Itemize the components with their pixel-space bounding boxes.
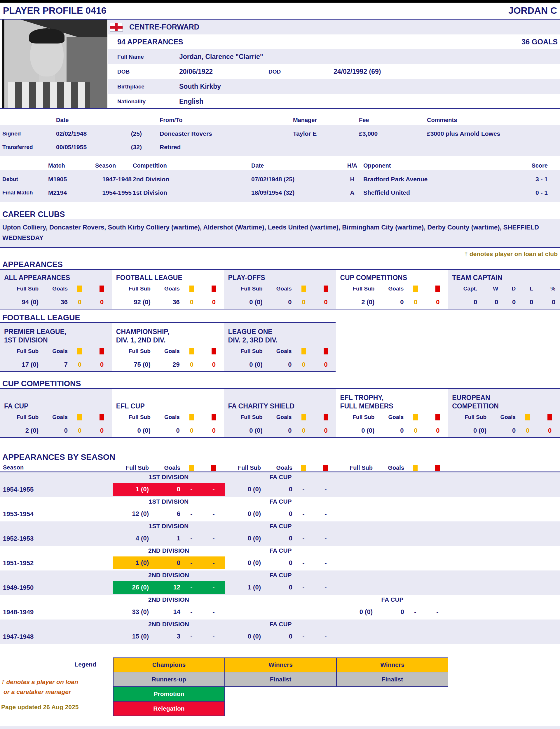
football-league-section: FOOTBALL LEAGUE PREMIER LEAGUE,1ST DIVIS… xyxy=(0,313,336,372)
col-opponent: Opponent xyxy=(361,162,530,169)
footer-strip xyxy=(0,726,560,729)
red-card-icon xyxy=(212,285,216,292)
yellow-card-icon xyxy=(189,414,194,421)
legend-finalist-cup: Finalist xyxy=(225,672,336,687)
legend-champions: Champions xyxy=(113,658,225,672)
full-name-value: Jordan, Clarence "Clarrie" xyxy=(179,53,263,61)
red-card-icon xyxy=(435,285,440,292)
legend-label: Legend xyxy=(70,661,96,668)
yellow-card-icon xyxy=(301,414,306,421)
career-clubs-text: Upton Colliery, Doncaster Rovers, South … xyxy=(0,219,560,248)
col-ha: H/A xyxy=(343,162,361,169)
legend-finalist-other: Finalist xyxy=(336,672,448,687)
col-date: Date xyxy=(56,117,111,123)
milestones-band: Debut M1905 1947-1948 2nd Division 07/02… xyxy=(0,170,560,202)
legend-promotion: Promotion xyxy=(113,687,225,701)
appearances-total: 94 APPEARANCES xyxy=(117,38,183,46)
yellow-card-icon xyxy=(413,414,418,421)
yellow-card-icon xyxy=(301,285,306,292)
nationality-label: Nationality xyxy=(117,98,179,105)
yellow-card-icon xyxy=(77,414,82,421)
stat-block-cup-competitions: CUP COMPETITIONS Full SubGoals 2 (0)000 xyxy=(336,270,448,309)
birthplace-label: Birthplace xyxy=(117,83,179,90)
stat-block-all-appearances: ALL APPEARANCES Full SubGoals 94 (0)3600 xyxy=(0,270,112,309)
col-date: Date xyxy=(251,162,343,169)
dod-value: 24/02/1992 (69) xyxy=(334,68,381,76)
red-card-icon xyxy=(323,465,328,471)
dod-label: DOD xyxy=(268,69,334,75)
stat-block-fa-cup: FA CUP Full SubGoals 2 (0)000 xyxy=(0,389,112,437)
position-row: CENTRE-FORWARD xyxy=(108,20,560,34)
stat-block-football-league: FOOTBALL LEAGUE Full SubGoals 92 (0)3600 xyxy=(112,270,224,309)
yellow-card-icon xyxy=(413,285,418,292)
table-row: Final Match M2194 1954-1955 1st Division… xyxy=(0,186,560,199)
table-row: Debut M1905 1947-1948 2nd Division 07/02… xyxy=(0,172,560,186)
nationality-row: Nationality English xyxy=(108,94,560,109)
by-season-header: Season Full SubGoals Full SubGoals Full … xyxy=(0,463,560,472)
transfers-band: Signed 02/02/1948 (25) Doncaster Rovers … xyxy=(0,125,560,156)
yellow-card-icon xyxy=(189,285,194,292)
profile-info: CENTRE-FORWARD 94 APPEARANCES 36 GOALS F… xyxy=(108,20,560,108)
goals-total: 36 GOALS xyxy=(521,38,558,46)
season-row: 2ND DIVISION FA CUP 1948-1949 33 (0)14--… xyxy=(0,595,560,620)
red-card-icon xyxy=(212,348,216,354)
season-row: 2ND DIVISION FA CUP 1949-1950 26 (0)12--… xyxy=(0,571,560,595)
transfers-table: Date From/To Manager Fee Comments Signed… xyxy=(0,115,560,156)
yellow-card-icon xyxy=(77,348,82,354)
position-label: CENTRE-FORWARD xyxy=(129,23,199,31)
red-card-icon xyxy=(100,285,104,292)
stat-block-european: EUROPEANCOMPETITION Full SubGoals 0 (0)0… xyxy=(448,389,560,437)
appearances-by-season-section: APPEARANCES BY SEASON Season Full SubGoa… xyxy=(0,451,560,644)
career-clubs-section: CAREER CLUBS Upton Colliery, Doncaster R… xyxy=(0,209,560,248)
dob-label: DOB xyxy=(117,69,179,75)
legend-section: Legend Champions Winners Winners Runners… xyxy=(0,658,560,716)
legend-winners-cup: Winners xyxy=(225,658,336,672)
stat-block-league-one: LEAGUE ONEDIV. 2, 3RD DIV. Full SubGoals… xyxy=(224,323,336,372)
red-card-icon xyxy=(100,414,104,421)
season-row: 1ST DIVISION FA CUP 1954-1955 1 (0)0-- 0… xyxy=(0,472,560,497)
birthplace-value: South Kirkby xyxy=(179,83,221,90)
yellow-card-icon xyxy=(413,465,418,471)
yellow-card-icon xyxy=(301,348,306,354)
milestones-header: Match Season Competition Date H/A Oppone… xyxy=(0,161,560,170)
season-row: 1ST DIVISION FA CUP 1952-1953 4 (0)1-- 0… xyxy=(0,522,560,546)
season-row: 2ND DIVISION FA CUP 1947-1948 15 (0)3-- … xyxy=(0,620,560,644)
stat-block-efl-cup: EFL CUP Full SubGoals 0 (0)000 xyxy=(112,389,224,437)
birthplace-row: Birthplace South Kirkby xyxy=(108,79,560,94)
milestones-table: Match Season Competition Date H/A Oppone… xyxy=(0,161,560,202)
player-name: JORDAN C xyxy=(508,5,557,16)
stat-block-championship: CHAMPIONSHIP,DIV. 1, 2ND DIV. Full SubGo… xyxy=(112,323,224,372)
yellow-card-icon xyxy=(525,414,530,421)
col-fee: Fee xyxy=(359,117,427,123)
cup-competitions-title: CUP COMPETITIONS xyxy=(0,379,560,389)
football-league-title: FOOTBALL LEAGUE xyxy=(0,313,336,323)
red-card-icon xyxy=(324,285,328,292)
dob-dod-row: DOB 20/06/1922 DOD 24/02/1992 (69) xyxy=(108,64,560,79)
full-name-label: Full Name xyxy=(117,54,179,60)
loan-caretaker-note-line1: † denotes a player on loan xyxy=(1,679,78,686)
yellow-card-icon xyxy=(189,465,194,471)
apps-goals-row: 94 APPEARANCES 36 GOALS xyxy=(108,34,560,49)
appearances-section: APPEARANCES ALL APPEARANCES Full SubGoal… xyxy=(0,260,560,309)
page-updated-note: Page updated 26 Aug 2025 xyxy=(1,704,78,711)
top-black-bar xyxy=(0,0,560,3)
yellow-card-icon xyxy=(77,285,82,292)
england-flag-icon xyxy=(110,23,123,32)
legend-relegation: Relegation xyxy=(113,701,225,716)
red-card-icon xyxy=(324,414,328,421)
loan-note: † denotes player on loan at club xyxy=(0,250,560,259)
col-score: Score xyxy=(530,162,560,169)
cup-competitions-section: CUP COMPETITIONS FA CUP Full SubGoals 2 … xyxy=(0,379,560,438)
red-card-icon xyxy=(211,465,216,471)
player-photo xyxy=(2,20,107,108)
page-title: PLAYER PROFILE 0416 xyxy=(3,5,107,16)
full-name-row: Full Name Jordan, Clarence "Clarrie" xyxy=(108,49,560,64)
transfers-header: Date From/To Manager Fee Comments xyxy=(0,115,560,125)
loan-caretaker-note-line2: or a caretaker manager xyxy=(1,688,71,695)
yellow-card-icon xyxy=(301,465,306,471)
col-match: Match xyxy=(48,162,93,169)
yellow-card-icon xyxy=(189,348,194,354)
col-comments: Comments xyxy=(427,117,560,123)
col-season: Season xyxy=(93,162,132,169)
red-card-icon xyxy=(547,414,552,421)
